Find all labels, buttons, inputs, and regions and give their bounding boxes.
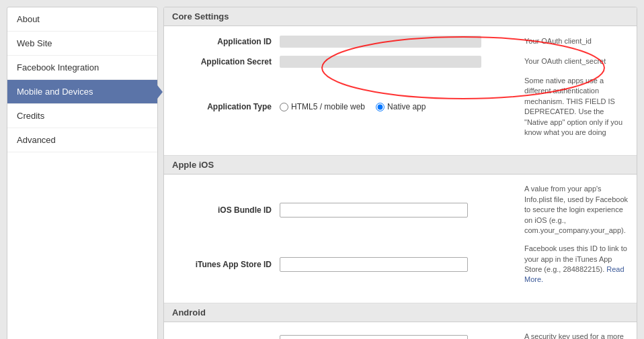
app-secret-value xyxy=(280,56,518,68)
key-hash-help: A security key used for a more seamless … xyxy=(518,332,629,339)
app-id-blurred xyxy=(280,36,481,48)
sidebar-item-advanced[interactable]: Advanced xyxy=(7,128,157,152)
app-id-row: Application ID Your OAuth client_id xyxy=(164,36,637,48)
radio-native-input[interactable] xyxy=(376,103,385,111)
sidebar-item-credits[interactable]: Credits xyxy=(7,104,157,128)
sidebar-item-mobile-and-devices[interactable]: Mobile and Devices xyxy=(7,80,157,104)
sidebar: About Web Site Facebook Integration Mobi… xyxy=(7,7,158,339)
key-hash-row: Key Hash + Add More A security key used … xyxy=(164,332,637,339)
itunes-help: Facebook uses this ID to link to your ap… xyxy=(518,244,629,285)
app-type-radios: HTML5 / mobile web Native app xyxy=(280,102,518,111)
sidebar-item-facebook-integration[interactable]: Facebook Integration xyxy=(7,56,157,80)
core-settings-body: Application ID Your OAuth client_id Appl… xyxy=(164,26,637,155)
apple-ios-header: Apple iOS xyxy=(164,156,637,175)
android-header: Android xyxy=(164,303,637,322)
itunes-row: iTunes App Store ID Facebook uses this I… xyxy=(164,244,637,285)
itunes-input[interactable] xyxy=(280,257,468,272)
sidebar-item-about[interactable]: About xyxy=(7,7,157,32)
app-type-row: Application Type HTML5 / mobile web Nati… xyxy=(164,76,637,138)
ios-bundle-row: iOS Bundle ID A value from your app's In… xyxy=(164,184,637,236)
app-type-label: Application Type xyxy=(172,102,280,111)
radio-html5[interactable]: HTML5 / mobile web xyxy=(280,102,365,111)
key-hash-value: + Add More xyxy=(280,335,518,339)
ios-bundle-help: A value from your app's Info.plist file,… xyxy=(518,184,629,236)
main-content: Core Settings Application ID Your OAuth … xyxy=(163,7,637,339)
itunes-value xyxy=(280,257,518,272)
apple-ios-body: iOS Bundle ID A value from your app's In… xyxy=(164,175,637,303)
android-body: Key Hash + Add More A security key used … xyxy=(164,322,637,339)
app-secret-label: Application Secret xyxy=(172,57,280,66)
app-container: About Web Site Facebook Integration Mobi… xyxy=(0,0,644,339)
sidebar-item-website[interactable]: Web Site xyxy=(7,32,157,56)
radio-native[interactable]: Native app xyxy=(376,102,426,111)
ios-bundle-label: iOS Bundle ID xyxy=(172,205,280,215)
app-secret-blurred xyxy=(280,56,481,68)
radio-native-label: Native app xyxy=(387,102,426,111)
core-settings-header: Core Settings xyxy=(164,7,637,26)
app-id-value xyxy=(280,36,518,48)
key-hash-input[interactable] xyxy=(280,335,468,339)
app-secret-row: Application Secret Your OAuth client_sec… xyxy=(164,56,637,68)
ios-bundle-value xyxy=(280,203,518,217)
itunes-label: iTunes App Store ID xyxy=(172,260,280,269)
app-type-help: Some native apps use a different authent… xyxy=(518,76,629,138)
app-secret-help: Your OAuth client_secret xyxy=(518,56,629,66)
radio-html5-input[interactable] xyxy=(280,103,288,111)
app-id-label: Application ID xyxy=(172,37,280,46)
ios-bundle-input[interactable] xyxy=(280,203,468,217)
core-settings-section: Application ID Your OAuth client_id Appl… xyxy=(164,26,637,155)
app-id-help: Your OAuth client_id xyxy=(518,36,629,46)
radio-html5-label: HTML5 / mobile web xyxy=(291,102,365,111)
